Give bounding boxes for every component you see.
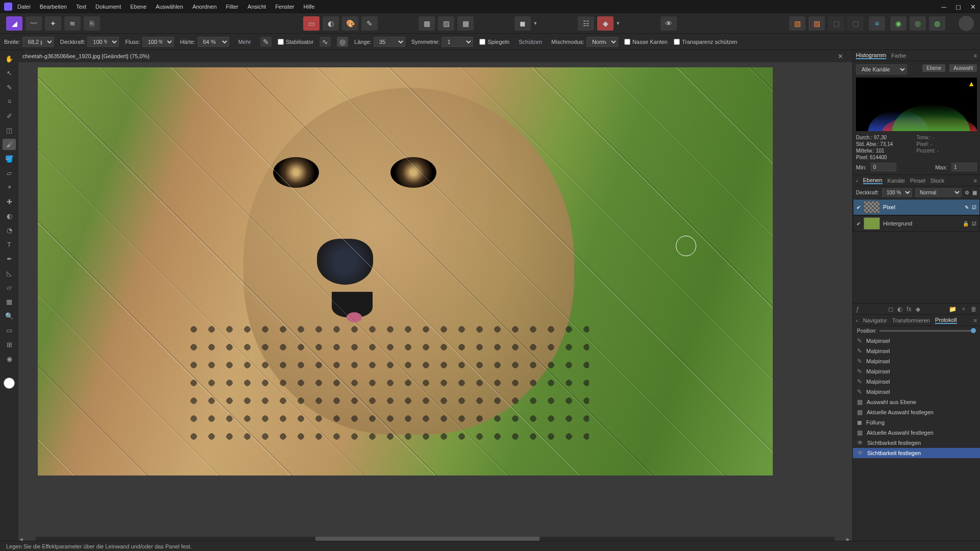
history-slider[interactable]: Position:: [853, 326, 980, 336]
preview-mode-icon[interactable]: 👁: [660, 16, 677, 31]
rectangle-tool-icon[interactable]: ▭: [3, 324, 16, 336]
selection-brush-tool-icon[interactable]: ✐: [3, 110, 16, 121]
arrange-icon[interactable]: ☷: [578, 16, 594, 31]
persona-export-icon[interactable]: ⎘: [84, 16, 100, 31]
stock-1-icon[interactable]: ◉: [890, 16, 906, 31]
tab-navigator[interactable]: Navigator: [863, 317, 887, 323]
auto-colors-icon[interactable]: 🎨: [342, 16, 358, 31]
mischmodus-select[interactable]: Normal: [586, 37, 618, 47]
history-item[interactable]: 👁Sichtbarkeit festlegen: [853, 448, 980, 458]
blend-mode-select[interactable]: Normal: [915, 188, 962, 197]
fill-tool-icon[interactable]: 🪣: [3, 153, 16, 164]
crop-tool-icon[interactable]: ⌗: [3, 96, 16, 107]
menu-text[interactable]: Text: [76, 4, 86, 10]
persona-liquify-icon[interactable]: 〰: [26, 16, 42, 31]
persona-develop-icon[interactable]: ✦: [45, 16, 61, 31]
mehr-link[interactable]: Mehr: [235, 38, 254, 46]
stock-3-icon[interactable]: ◍: [929, 16, 945, 31]
brush-tool-icon[interactable]: 🖌: [3, 139, 16, 150]
layer-lock-icon[interactable]: 🔒: [963, 221, 969, 227]
healing-tool-icon[interactable]: ✚: [3, 196, 16, 207]
min-input[interactable]: [871, 163, 896, 171]
shape-tool-icon[interactable]: ▱: [3, 282, 16, 293]
history-menu-icon[interactable]: ≡: [974, 317, 977, 323]
scroll-thumb[interactable]: [315, 537, 539, 541]
document-tab[interactable]: cheetah-g3635066ee_1920.jpg [Geändert] (…: [22, 53, 150, 59]
grid-tool-icon[interactable]: ⊞: [3, 339, 16, 350]
maximize-icon[interactable]: ◻: [955, 3, 961, 11]
fluss-input[interactable]: 100 %: [142, 37, 174, 47]
layer-row[interactable]: ✔ Pixel ✎ ☑: [853, 199, 980, 215]
pen-tool-icon[interactable]: ✒: [3, 253, 16, 264]
account-avatar-icon[interactable]: [959, 16, 974, 31]
canvas[interactable]: [38, 67, 773, 475]
hand-tool-icon[interactable]: ✋: [3, 53, 16, 64]
layer-mask-icon[interactable]: ◻: [888, 306, 893, 313]
tab-placeholder-icon[interactable]: ‹: [856, 178, 858, 184]
history-item[interactable]: ▦Aktuelle Auswahl festlegen: [853, 407, 980, 417]
spiegeln-checkbox[interactable]: [479, 39, 485, 45]
layer-delete-icon[interactable]: 🗑: [971, 306, 977, 313]
dodge-tool-icon[interactable]: ◐: [3, 210, 16, 221]
document-close-icon[interactable]: ✕: [838, 53, 843, 60]
pressure-1-icon[interactable]: ✎: [260, 37, 272, 47]
tab-ebenen[interactable]: Ebenen: [863, 177, 883, 184]
node-tool-icon[interactable]: ◺: [3, 267, 16, 279]
blur-tool-icon[interactable]: ◔: [3, 224, 16, 236]
tab-kanaele[interactable]: Kanäle: [888, 178, 905, 184]
stabilisator-checkbox[interactable]: [278, 39, 284, 45]
menu-filter[interactable]: Filter: [226, 4, 238, 10]
history-item[interactable]: ✎Malpinsel: [853, 387, 980, 397]
layer-live-icon[interactable]: ◆: [916, 306, 920, 313]
menu-hilfe[interactable]: Hilfe: [303, 4, 314, 10]
quick-mask-dropdown-icon[interactable]: ▾: [534, 20, 537, 27]
layer-opacity-select[interactable]: 100 %: [882, 188, 912, 197]
history-item[interactable]: ✎Malpinsel: [853, 356, 980, 366]
layer-visibility-icon[interactable]: ✔: [856, 205, 861, 210]
layer-extra-icon[interactable]: ▦: [972, 190, 977, 195]
layer-fx2-icon[interactable]: fx: [906, 306, 911, 313]
clone-tool-icon[interactable]: ⌖: [3, 182, 16, 193]
erase-tool-icon[interactable]: ▱: [3, 167, 16, 179]
history-item[interactable]: ✎Malpinsel: [853, 346, 980, 356]
layer-new-icon[interactable]: ＋: [961, 305, 967, 313]
layer-visibility-icon[interactable]: ✔: [856, 221, 861, 227]
text-tool-icon[interactable]: T: [3, 239, 16, 250]
select-all-icon[interactable]: ▦: [419, 16, 435, 31]
foreground-color-swatch[interactable]: [4, 378, 15, 389]
zoom-tool-icon[interactable]: 🔍: [3, 310, 16, 321]
toggle-ui-dropdown-icon[interactable]: ▾: [617, 20, 620, 27]
tab-protokoll[interactable]: Protokoll: [935, 317, 957, 324]
history-item[interactable]: ◼Füllung: [853, 417, 980, 428]
auto-contrast-icon[interactable]: ◐: [323, 16, 339, 31]
panel-menu-icon[interactable]: ≡: [974, 53, 977, 59]
window-mode-icon[interactable]: ◎: [337, 37, 348, 47]
close-icon[interactable]: ✕: [970, 3, 976, 11]
layers-menu-icon[interactable]: ≡: [974, 178, 977, 184]
tab-histogramm[interactable]: Histogramm: [856, 52, 886, 59]
layer-group-icon[interactable]: 📁: [949, 306, 957, 313]
canvas-viewport[interactable]: ◄ ►: [18, 62, 852, 541]
eyedropper-tool-icon[interactable]: ◉: [3, 353, 16, 364]
marquee-tool-icon[interactable]: ◫: [3, 124, 16, 136]
layer-adjust-icon[interactable]: ◐: [897, 306, 902, 313]
tab-transformieren[interactable]: Transformieren: [892, 317, 930, 323]
schuetzen-link[interactable]: Schützen: [516, 38, 545, 46]
tab-placeholder-icon[interactable]: ‹: [856, 317, 858, 323]
layer-fx-icon[interactable]: ⚙: [965, 190, 969, 195]
colorpicker-tool-icon[interactable]: ✎: [3, 82, 16, 93]
breite-input[interactable]: 68,2 px: [22, 37, 54, 47]
mesh-tool-icon[interactable]: ▦: [3, 296, 16, 307]
menu-anordnen[interactable]: Anordnen: [192, 4, 217, 10]
quick-mask-icon[interactable]: ◼: [514, 16, 531, 31]
nasse-kanten-checkbox[interactable]: [624, 39, 630, 45]
deckkraft-input[interactable]: 100 %: [87, 37, 119, 47]
history-item[interactable]: ✎Malpinsel: [853, 336, 980, 346]
max-input[interactable]: [951, 163, 977, 171]
menu-datei[interactable]: Datei: [17, 4, 31, 10]
menu-dokument[interactable]: Dokument: [95, 4, 121, 10]
history-item[interactable]: ✎Malpinsel: [853, 377, 980, 387]
slider-knob[interactable]: [971, 328, 976, 333]
layer-effects-icon[interactable]: ƒ: [856, 306, 860, 313]
layer-row[interactable]: ✔ Hintergrund 🔒 ☑: [853, 215, 980, 232]
